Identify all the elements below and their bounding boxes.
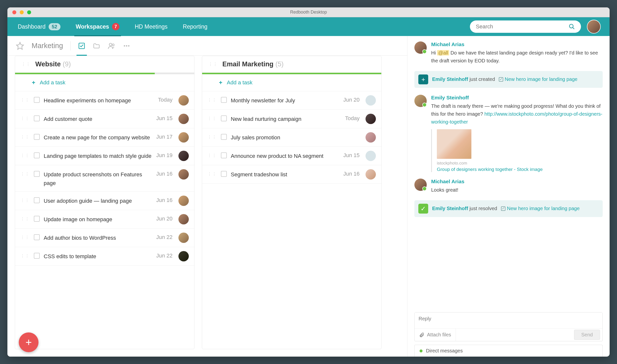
drag-handle-icon[interactable]: ⋮⋮: [208, 135, 217, 139]
task-checkbox[interactable]: [221, 97, 227, 103]
mention[interactable]: @all: [437, 50, 449, 55]
task-checkbox[interactable]: [34, 253, 40, 259]
send-button[interactable]: Send: [574, 330, 600, 340]
task-row[interactable]: ⋮⋮ July sales promotion: [202, 128, 381, 147]
task-row[interactable]: ⋮⋮ Monthly newsletter for July Jun 20: [202, 91, 381, 110]
drag-handle-icon[interactable]: ⋮⋮: [20, 116, 30, 121]
reply-input[interactable]: [415, 312, 602, 327]
task-checkbox[interactable]: [34, 171, 40, 177]
direct-messages-bar[interactable]: Direct messages: [414, 345, 603, 357]
task-assignee-avatar[interactable]: [178, 132, 189, 143]
task-row[interactable]: ⋮⋮ Landing page templates to match style…: [15, 147, 194, 165]
task-assignee-avatar[interactable]: [178, 196, 189, 206]
task-row[interactable]: ⋮⋮ Headline experiments on homepage Toda…: [15, 91, 194, 110]
nav-workspaces[interactable]: Workspaces 7: [74, 17, 121, 36]
search-input[interactable]: [476, 23, 569, 30]
activity-task[interactable]: New hero image for landing page: [507, 206, 580, 211]
task-row[interactable]: ⋮⋮ User adoption guide — landing page Ju…: [15, 192, 194, 210]
task-checkbox[interactable]: [221, 152, 227, 158]
task-row[interactable]: ⋮⋮ Update image on homepage Jun 20: [15, 210, 194, 229]
files-view-icon[interactable]: [93, 42, 100, 50]
drag-handle-icon[interactable]: ⋮⋮: [209, 62, 218, 67]
activity-user[interactable]: Emily Steinhoff: [432, 76, 468, 82]
activity-task[interactable]: New hero image for landing page: [505, 76, 578, 82]
message-author[interactable]: Michael Arias: [431, 179, 603, 184]
new-task-fab[interactable]: +: [19, 332, 39, 352]
task-assignee-avatar[interactable]: [178, 169, 189, 180]
tasks-view-icon[interactable]: [78, 42, 85, 50]
nav-meetings[interactable]: HD Meetings: [133, 18, 169, 36]
attachment[interactable]: istockphoto.com Group of designers worki…: [431, 129, 603, 172]
task-row[interactable]: ⋮⋮ Add author bios to WordPress Jun 22: [15, 229, 194, 247]
column-header[interactable]: ⋮⋮ Email Marketing (5): [202, 56, 381, 73]
task-checkbox[interactable]: [34, 115, 40, 121]
task-checkbox[interactable]: [221, 134, 227, 140]
drag-handle-icon[interactable]: ⋮⋮: [208, 98, 217, 102]
column-header[interactable]: ⋮⋮ Website (9): [15, 56, 194, 73]
task-assignee-avatar[interactable]: [366, 95, 376, 106]
task-row[interactable]: ⋮⋮ CSS edits to template Jun 22: [15, 247, 194, 266]
task-row[interactable]: ⋮⋮ Add customer quote Jun 15: [15, 110, 194, 128]
task-row[interactable]: ⋮⋮ New lead nurturing campaign Today: [202, 110, 381, 128]
search-wrap: [470, 20, 601, 34]
search-box[interactable]: [470, 20, 581, 33]
workspace-toolbar: Marketing: [7, 36, 407, 56]
task-checkbox[interactable]: [221, 115, 227, 121]
task-checkbox[interactable]: [34, 234, 40, 240]
task-assignee-avatar[interactable]: [366, 132, 376, 143]
activity-item[interactable]: ✓ Emily Steinhoff just resolved New hero…: [414, 200, 603, 217]
task-date: Jun 20: [343, 97, 360, 103]
task-assignee-avatar[interactable]: [178, 151, 189, 161]
task-assignee-avatar[interactable]: [178, 114, 189, 124]
task-checkbox[interactable]: [34, 152, 40, 158]
attach-files-button[interactable]: Attach files: [415, 328, 456, 341]
drag-handle-icon[interactable]: ⋮⋮: [208, 153, 217, 158]
message-avatar[interactable]: [414, 95, 427, 107]
add-task-button[interactable]: + Add a task: [15, 74, 194, 91]
task-assignee-avatar[interactable]: [366, 114, 376, 124]
task-checkbox[interactable]: [34, 197, 40, 203]
star-icon[interactable]: [16, 42, 24, 50]
task-title: Headline experiments on homepage: [44, 95, 154, 105]
message-author[interactable]: Emily Steinhoff: [431, 95, 603, 101]
drag-handle-icon[interactable]: ⋮⋮: [20, 254, 30, 258]
task-assignee-avatar[interactable]: [366, 151, 376, 161]
drag-handle-icon[interactable]: ⋮⋮: [21, 62, 31, 67]
drag-handle-icon[interactable]: ⋮⋮: [20, 153, 30, 158]
attachment-title[interactable]: Group of designers working together - St…: [437, 167, 603, 172]
drag-handle-icon[interactable]: ⋮⋮: [20, 235, 30, 240]
activity-user[interactable]: Emily Steinhoff: [432, 206, 468, 211]
task-assignee-avatar[interactable]: [366, 169, 376, 180]
add-task-button[interactable]: + Add a task: [202, 74, 381, 91]
task-row[interactable]: ⋮⋮ Announce new product to NA segment Ju…: [202, 147, 381, 165]
members-view-icon[interactable]: [108, 42, 116, 50]
drag-handle-icon[interactable]: ⋮⋮: [20, 98, 30, 102]
message-avatar[interactable]: [414, 179, 427, 191]
attachment-thumbnail[interactable]: [437, 129, 471, 159]
task-checkbox[interactable]: [34, 134, 40, 140]
task-assignee-avatar[interactable]: [178, 251, 189, 261]
more-icon[interactable]: [123, 42, 130, 50]
drag-handle-icon[interactable]: ⋮⋮: [208, 172, 217, 176]
task-assignee-avatar[interactable]: [178, 214, 189, 224]
message-avatar[interactable]: [414, 41, 427, 54]
user-avatar[interactable]: [587, 20, 601, 34]
task-checkbox[interactable]: [221, 171, 227, 177]
task-row[interactable]: ⋮⋮ Segment tradeshow list Jun 16: [202, 165, 381, 184]
task-assignee-avatar[interactable]: [178, 95, 189, 106]
task-assignee-avatar[interactable]: [178, 233, 189, 243]
task-date: Jun 22: [156, 234, 173, 240]
activity-item[interactable]: + Emily Steinhoff just created New hero …: [414, 71, 603, 88]
task-row[interactable]: ⋮⋮ Update product screenshots on Feature…: [15, 165, 194, 192]
drag-handle-icon[interactable]: ⋮⋮: [20, 198, 30, 203]
task-row[interactable]: ⋮⋮ Create a new page for the company web…: [15, 128, 194, 147]
task-checkbox[interactable]: [34, 97, 40, 103]
nav-dashboard[interactable]: Dashboard 52: [16, 17, 62, 36]
drag-handle-icon[interactable]: ⋮⋮: [20, 172, 30, 176]
drag-handle-icon[interactable]: ⋮⋮: [20, 135, 30, 139]
message-author[interactable]: Michael Arias: [431, 41, 603, 47]
drag-handle-icon[interactable]: ⋮⋮: [208, 116, 217, 121]
task-checkbox[interactable]: [34, 216, 40, 222]
nav-reporting[interactable]: Reporting: [181, 18, 209, 36]
drag-handle-icon[interactable]: ⋮⋮: [20, 217, 30, 221]
